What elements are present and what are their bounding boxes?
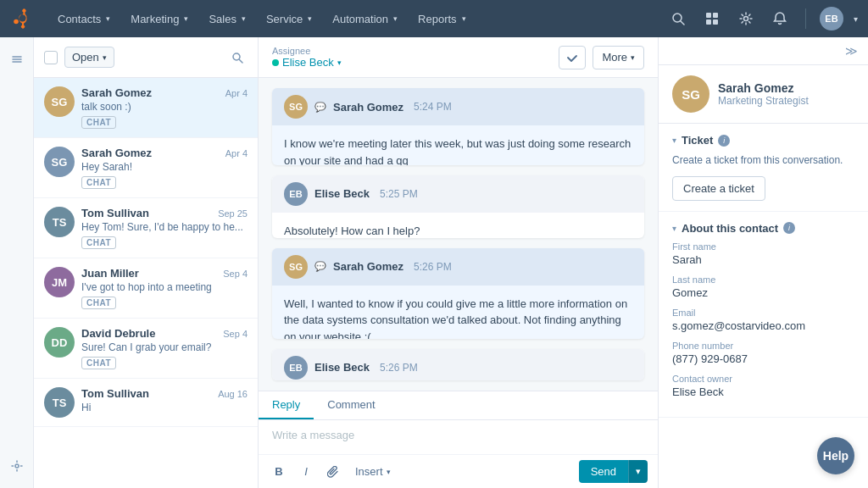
message-body: Absolutely! How can I help? bbox=[272, 213, 644, 238]
ticket-section: ▾ Ticket i Create a ticket from this con… bbox=[659, 124, 868, 212]
attachment-icon[interactable] bbox=[323, 462, 343, 482]
contact-field: Email s.gomez@costarvideo.com bbox=[672, 308, 854, 332]
left-sidebar bbox=[0, 37, 34, 488]
contact-field: Last name Gomez bbox=[672, 274, 854, 299]
conversation-item[interactable]: TS Tom Sullivan Aug 16 Hi bbox=[34, 379, 258, 427]
svg-point-8 bbox=[15, 464, 19, 468]
conv-date: Sep 4 bbox=[223, 269, 248, 279]
ticket-section-title: Ticket bbox=[682, 134, 713, 147]
reply-tab[interactable]: Reply bbox=[259, 391, 314, 419]
message-time: 5:25 PM bbox=[380, 188, 418, 200]
more-caret: ▾ bbox=[631, 53, 635, 62]
conv-avatar: SG bbox=[44, 86, 75, 117]
conversation-item[interactable]: JM Juan Miller Sep 4 I've got to hop int… bbox=[34, 258, 258, 319]
contact-field-value: Gomez bbox=[672, 286, 854, 299]
conv-top: Juan Miller Sep 4 bbox=[81, 267, 248, 280]
search-icon[interactable] bbox=[666, 7, 690, 30]
ticket-chevron-icon: ▾ bbox=[672, 136, 676, 145]
conv-content: Tom Sullivan Sep 25 Hey Tom! Sure, I'd b… bbox=[81, 207, 248, 249]
contact-field-label: Last name bbox=[672, 274, 854, 285]
resolve-button[interactable] bbox=[559, 46, 586, 69]
message-header: SG 💬 Sarah Gomez 5:24 PM bbox=[272, 88, 644, 125]
message-avatar: EB bbox=[284, 182, 308, 206]
ticket-section-header[interactable]: ▾ Ticket i bbox=[672, 134, 854, 147]
conversation-item[interactable]: DD David Debrule Sep 4 Sure! Can I grab … bbox=[34, 319, 258, 379]
message-body: Well, I wanted to know if you could give… bbox=[272, 286, 644, 339]
nav-contacts[interactable]: Contacts ▾ bbox=[47, 0, 120, 37]
select-all-checkbox[interactable] bbox=[44, 51, 58, 64]
message-input[interactable]: Write a message bbox=[259, 420, 658, 454]
nav-sales[interactable]: Sales ▾ bbox=[198, 0, 256, 37]
nav-automation[interactable]: Automation ▾ bbox=[322, 0, 408, 37]
ticket-description: Create a ticket from this conversation. bbox=[672, 153, 854, 168]
hubspot-logo[interactable] bbox=[10, 7, 34, 30]
message-sender: Sarah Gomez bbox=[333, 101, 403, 114]
about-section-header[interactable]: ▾ About this contact i bbox=[672, 222, 854, 235]
conv-content: David Debrule Sep 4 Sure! Can I grab you… bbox=[81, 327, 248, 369]
send-main-button[interactable]: Send bbox=[579, 460, 628, 483]
chat-header: Assignee Elise Beck ▾ More ▾ bbox=[259, 37, 658, 78]
message-time: 5:26 PM bbox=[380, 362, 418, 374]
message-block: EB Elise Beck 5:25 PM Absolutely! How ca… bbox=[272, 175, 644, 238]
nav-reports[interactable]: Reports ▾ bbox=[408, 0, 476, 37]
svg-point-7 bbox=[744, 17, 748, 21]
ticket-info-icon[interactable]: i bbox=[718, 135, 730, 147]
more-actions-button[interactable]: More ▾ bbox=[593, 46, 644, 69]
help-button[interactable]: Help bbox=[817, 437, 854, 474]
comment-tab[interactable]: Comment bbox=[314, 391, 388, 419]
open-filter-caret: ▾ bbox=[103, 53, 107, 62]
rs-expand-icon[interactable]: ≫ bbox=[845, 44, 858, 58]
conv-name: Tom Sullivan bbox=[81, 207, 149, 219]
contact-field: Phone number (877) 929-0687 bbox=[672, 341, 854, 365]
contact-fields: First name Sarah Last name Gomez Email s… bbox=[672, 241, 854, 398]
reply-tabs: Reply Comment bbox=[259, 391, 658, 420]
conv-avatar: JM bbox=[44, 267, 75, 297]
insert-button[interactable]: Insert ▾ bbox=[350, 463, 396, 480]
svg-line-10 bbox=[240, 59, 243, 63]
italic-icon[interactable]: I bbox=[296, 462, 316, 482]
nav-service[interactable]: Service ▾ bbox=[256, 0, 322, 37]
contacts-caret: ▾ bbox=[106, 14, 110, 23]
sales-caret: ▾ bbox=[242, 14, 246, 23]
reply-toolbar: B I Insert ▾ Send ▾ bbox=[259, 454, 658, 488]
expand-sidebar-icon[interactable] bbox=[5, 47, 29, 71]
conv-name: Tom Sullivan bbox=[81, 387, 149, 400]
conv-date: Sep 4 bbox=[223, 329, 248, 339]
conv-preview: Hey Tom! Sure, I'd be happy to he... bbox=[81, 221, 248, 233]
about-info-icon[interactable]: i bbox=[783, 222, 795, 234]
notifications-icon[interactable] bbox=[768, 7, 792, 30]
user-menu-caret[interactable]: ▾ bbox=[854, 14, 858, 24]
conv-preview: talk soon :) bbox=[81, 101, 248, 113]
message-avatar: SG bbox=[284, 95, 308, 119]
assignee-name-btn[interactable]: Elise Beck ▾ bbox=[272, 56, 342, 69]
conv-name: Sarah Gomez bbox=[81, 147, 152, 159]
contact-avatar: SG bbox=[672, 75, 709, 113]
grid-icon[interactable] bbox=[700, 7, 724, 30]
reply-area: Reply Comment Write a message B I Insert… bbox=[259, 391, 658, 488]
message-time: 5:24 PM bbox=[414, 101, 452, 113]
send-dropdown-button[interactable]: ▾ bbox=[628, 460, 648, 483]
contact-info: Sarah Gomez Marketing Strategist bbox=[718, 81, 809, 107]
svg-rect-5 bbox=[706, 19, 711, 25]
bold-icon[interactable]: B bbox=[269, 462, 289, 482]
message-block: SG 💬 Sarah Gomez 5:26 PM Well, I wanted … bbox=[272, 248, 644, 339]
about-chevron-icon: ▾ bbox=[672, 224, 676, 233]
user-avatar[interactable]: EB bbox=[820, 7, 843, 30]
conversation-item[interactable]: TS Tom Sullivan Sep 25 Hey Tom! Sure, I'… bbox=[34, 198, 258, 258]
message-header: SG 💬 Sarah Gomez 5:26 PM bbox=[272, 248, 644, 286]
contact-field-label: First name bbox=[672, 241, 854, 252]
conv-date: Apr 4 bbox=[225, 88, 248, 98]
conv-top: Sarah Gomez Apr 4 bbox=[81, 147, 248, 159]
conv-search-icon[interactable] bbox=[227, 47, 248, 68]
open-filter-button[interactable]: Open ▾ bbox=[64, 47, 114, 68]
conv-date: Sep 25 bbox=[218, 208, 248, 219]
nav-marketing[interactable]: Marketing ▾ bbox=[120, 0, 198, 37]
conversation-item[interactable]: SG Sarah Gomez Apr 4 talk soon :) CHAT bbox=[34, 78, 258, 138]
conv-top: Tom Sullivan Aug 16 bbox=[81, 387, 248, 400]
sidebar-settings-icon[interactable] bbox=[5, 454, 29, 478]
contact-field-value: s.gomez@costarvideo.com bbox=[672, 319, 854, 332]
conversation-item[interactable]: SG Sarah Gomez Apr 4 Hey Sarah! CHAT bbox=[34, 138, 258, 198]
message-sender: Elise Beck bbox=[314, 187, 370, 200]
settings-icon[interactable] bbox=[734, 7, 758, 30]
create-ticket-button[interactable]: Create a ticket bbox=[672, 176, 765, 201]
